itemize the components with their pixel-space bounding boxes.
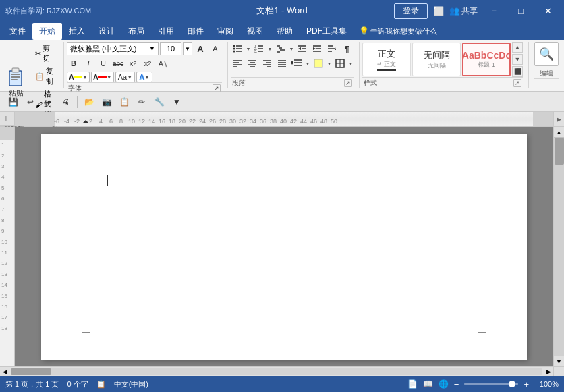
font-expand-icon[interactable]: ↗ [213, 84, 221, 92]
close-button[interactable]: ✕ [537, 1, 559, 20]
sort-btn[interactable] [325, 42, 339, 55]
cut-button[interactable]: ✂ 剪切 [32, 42, 58, 65]
styles-expand[interactable]: ⬛ [512, 66, 523, 77]
multilevel-arrow[interactable]: ▼ [289, 42, 294, 55]
bullet-list-btn[interactable] [231, 42, 244, 55]
menu-insert[interactable]: 插入 [62, 23, 92, 40]
bullet-list-arrow[interactable]: ▼ [246, 42, 251, 55]
scroll-track[interactable] [554, 138, 564, 356]
search-button[interactable]: 🔍 [534, 42, 559, 66]
menu-file[interactable]: 文件 [3, 23, 32, 40]
highlight-color-button[interactable]: A ▼ [67, 72, 90, 82]
menu-review[interactable]: 审阅 [210, 23, 240, 40]
qa-clipboard[interactable]: 📋 [117, 94, 132, 109]
scroll-thumb[interactable] [555, 138, 564, 165]
menu-design[interactable]: 设计 [92, 23, 121, 40]
view-normal-btn[interactable]: 📄 [407, 379, 418, 389]
scroll-up-button[interactable]: ▲ [554, 127, 564, 138]
border-btn[interactable] [333, 57, 347, 70]
style-heading1[interactable]: AaBbCcDc 标题 1 [462, 43, 511, 76]
qa-open[interactable]: 📂 [82, 94, 96, 109]
zoom-plus-btn[interactable]: + [524, 379, 529, 389]
font-effects-button[interactable]: Aa ▼ [115, 72, 135, 82]
qa-undo[interactable]: ↩ [23, 94, 38, 109]
multilevel-list-btn[interactable] [274, 42, 287, 55]
copy-button[interactable]: 📋 复制 [32, 65, 58, 88]
italic-button[interactable]: I [82, 57, 95, 70]
horizontal-ruler[interactable]: -6 -4 -2 2 4 6 8 10 12 14 16 18 20 22 24… [15, 112, 553, 126]
clear-format-button[interactable]: A [156, 57, 169, 70]
styles-scroll-up[interactable]: ▲ [512, 42, 523, 53]
qa-save[interactable]: 💾 [5, 94, 20, 109]
increase-indent-btn[interactable] [310, 42, 324, 55]
document-area[interactable] [15, 127, 553, 366]
text-effects-button[interactable]: A ▼ [136, 72, 152, 82]
tell-me-input[interactable]: 告诉我你想要做什么 [370, 26, 437, 36]
paragraph-expand-icon[interactable]: ↗ [344, 79, 352, 87]
align-right-btn[interactable] [260, 57, 274, 70]
shading-arrow[interactable]: ▼ [327, 57, 332, 70]
style-normal[interactable]: 正文 ↵ 正文 [362, 43, 411, 76]
scroll-left-button[interactable]: ◀ [0, 367, 9, 376]
align-center-btn[interactable] [246, 57, 259, 70]
macro-icon[interactable]: 📋 [96, 380, 106, 389]
zoom-minus-btn[interactable]: − [454, 379, 459, 389]
menu-layout[interactable]: 布局 [121, 23, 151, 40]
qa-settings[interactable]: 🔧 [152, 94, 167, 109]
scroll-down-button[interactable]: ▼ [554, 356, 564, 366]
qa-print[interactable]: 🖨 [58, 94, 73, 109]
zoom-thumb[interactable] [509, 381, 515, 387]
shading-btn[interactable] [312, 57, 325, 70]
menu-help[interactable]: 帮助 [270, 23, 300, 40]
paste-icon [4, 64, 28, 88]
view-web-btn[interactable]: 🌐 [439, 379, 449, 389]
font-size-dropdown-btn[interactable]: ▼ [183, 42, 192, 55]
scroll-right-button[interactable]: ▶ [544, 367, 553, 376]
vertical-scrollbar[interactable]: ▲ ▼ [553, 127, 564, 366]
svg-rect-56 [314, 59, 322, 67]
superscript-button[interactable]: x2 [141, 57, 154, 70]
menu-pdf[interactable]: PDF工具集 [300, 23, 354, 40]
show-marks-btn[interactable]: ¶ [340, 42, 354, 55]
qa-screenshot[interactable]: 📷 [99, 94, 114, 109]
style-no-space[interactable]: 无间隔 无间隔 [412, 43, 461, 76]
menu-start[interactable]: 开始 [32, 23, 62, 40]
decrease-indent-btn[interactable] [295, 42, 309, 55]
restore-button[interactable]: □ [510, 1, 532, 20]
bold-button[interactable]: B [67, 57, 80, 70]
line-spacing-btn[interactable] [290, 57, 304, 70]
ruler-scroll-right[interactable]: ▶ [553, 112, 564, 126]
h-scroll-track[interactable] [11, 368, 542, 375]
subscript-button[interactable]: x2 [126, 57, 140, 70]
numbered-list-arrow[interactable]: ▼ [267, 42, 273, 55]
qa-edit[interactable]: ✏ [134, 94, 149, 109]
styles-expand-icon[interactable]: ↗ [513, 79, 521, 87]
justify-btn[interactable] [275, 57, 289, 70]
line-spacing-arrow[interactable]: ▼ [305, 57, 310, 70]
qa-redo[interactable]: ↪ [40, 94, 55, 109]
menu-mail[interactable]: 邮件 [181, 23, 210, 40]
menu-view[interactable]: 视图 [240, 23, 270, 40]
font-size-up-btn[interactable]: A [194, 42, 207, 55]
font-color-button[interactable]: A ▼ [91, 72, 114, 82]
login-button[interactable]: 登录 [394, 3, 428, 19]
zoom-level[interactable]: 100% [534, 380, 559, 388]
strikethrough-button[interactable]: abc [111, 57, 125, 70]
horizontal-scrollbar[interactable]: ◀ ▶ [0, 366, 564, 376]
zoom-slider[interactable] [464, 383, 518, 385]
view-read-btn[interactable]: 📖 [423, 379, 433, 389]
font-size-field[interactable]: 10 [160, 42, 181, 55]
minimize-button[interactable]: － [483, 1, 505, 20]
font-size-down-btn[interactable]: A [208, 42, 222, 55]
menu-references[interactable]: 引用 [151, 23, 181, 40]
document-page[interactable] [41, 134, 527, 360]
styles-scroll-down[interactable]: ▼ [512, 54, 523, 65]
share-button[interactable]: 👥 共享 [449, 5, 478, 17]
align-left-btn[interactable] [231, 57, 244, 70]
qa-customize[interactable]: ▼ [169, 94, 184, 109]
h-scroll-thumb[interactable] [11, 368, 51, 375]
numbered-list-btn[interactable]: 1.2.3. [252, 42, 266, 55]
border-arrow[interactable]: ▼ [348, 57, 354, 70]
font-family-dropdown[interactable]: 微软雅黑 (中文正文) ▼ [67, 42, 159, 55]
underline-button[interactable]: U [96, 57, 110, 70]
